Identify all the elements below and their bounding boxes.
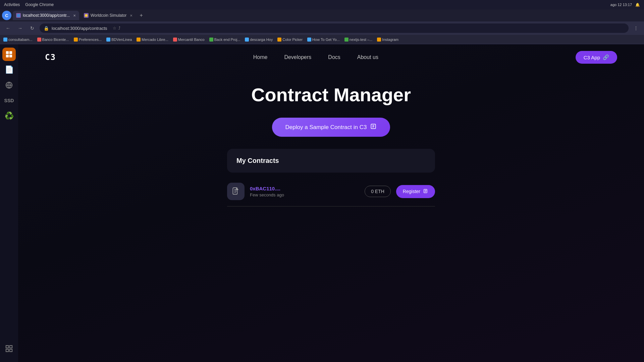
activities-label[interactable]: Activities	[4, 2, 20, 7]
svg-rect-9	[10, 349, 12, 352]
nav-link-docs[interactable]: Docs	[328, 54, 340, 60]
bookmark-descarga[interactable]: descarga Hoy	[245, 38, 273, 42]
browser-chrome: C 🌐 localhost:3000/app/contr... ✕ 🪙 Worl…	[0, 9, 644, 44]
bookmark-bdven[interactable]: BDVenLinea	[106, 38, 132, 42]
deploy-label: Deploy a Sample Contract in C3	[285, 124, 367, 131]
bookmark-label-9: Color Picker	[282, 38, 303, 42]
eth-balance-badge[interactable]: 0 ETH	[365, 186, 391, 197]
bookmark-howto[interactable]: How To Get Yo...	[307, 38, 340, 42]
svg-rect-6	[6, 346, 8, 348]
bookmark-colorpicker[interactable]: Color Picker	[277, 38, 303, 42]
bookmark-icon-6	[173, 38, 177, 42]
forward-button[interactable]: →	[15, 23, 25, 33]
bookmark-mercadolibre[interactable]: Mercado Libre...	[137, 38, 168, 42]
bookmark-icon-4	[106, 38, 110, 42]
deploy-icon	[370, 123, 377, 131]
bookmark-icon-11	[344, 38, 348, 42]
os-icon-network[interactable]	[2, 78, 16, 92]
contract-file-icon	[227, 183, 245, 200]
bookmark-icon-8	[245, 38, 249, 42]
tab-active[interactable]: 🌐 localhost:3000/app/contr... ✕	[13, 11, 79, 20]
tab-favicon-2: 🪙	[84, 13, 89, 18]
contracts-section-title: My Contracts	[236, 157, 279, 164]
bookmark-star-icon[interactable]: ☆	[113, 26, 116, 31]
site-nav: C3 Home Developers Docs About us C3 App …	[18, 44, 644, 70]
contract-item: 0xBAC110.... Few seconds ago 0 ETH Regis…	[227, 179, 435, 203]
bookmark-label-2: Banco Bicente...	[42, 38, 69, 42]
tab-close-2[interactable]: ✕	[130, 14, 132, 17]
bookmark-icon-9	[277, 38, 281, 42]
bookmark-mercantil[interactable]: Mercantil Banco	[173, 38, 205, 42]
bookmark-label-8: descarga Hoy	[250, 38, 273, 42]
register-icon	[423, 188, 428, 195]
bookmark-label-7: Back end Proj...	[214, 38, 240, 42]
bookmark-label-3: Preferences...	[79, 38, 102, 42]
nav-link-developers[interactable]: Developers	[284, 54, 311, 60]
bookmark-label-5: Mercado Libre...	[142, 38, 168, 42]
tab-bar: C 🌐 localhost:3000/app/contr... ✕ 🪙 Worl…	[0, 9, 644, 21]
share-icon[interactable]: ⤴	[118, 26, 120, 31]
page-title: Contract Manager	[251, 84, 411, 106]
site-logo: C3	[45, 53, 56, 62]
reload-button[interactable]: ↻	[28, 23, 37, 33]
svg-rect-0	[6, 51, 9, 54]
bookmark-label-1: consultabam...	[8, 38, 33, 42]
nav-link-about[interactable]: About us	[357, 54, 378, 60]
bookmark-banco[interactable]: Banco Bicente...	[37, 38, 69, 42]
os-icon-files[interactable]: 📄	[2, 63, 16, 76]
bookmark-label-12: Instagram	[382, 38, 398, 42]
tab-close-1[interactable]: ✕	[73, 14, 76, 17]
address-bar[interactable]: 🔒 localhost:3000/app/contracts ☆ ⤴	[40, 23, 629, 33]
tab-favicon-1: 🌐	[16, 13, 21, 18]
os-topbar: Activities Google Chrome ago 12 13:17 🔔	[0, 0, 644, 9]
bookmark-consultabam[interactable]: consultabam...	[3, 38, 33, 42]
bookmark-label-4: BDVenLinea	[111, 38, 132, 42]
bookmark-nextjs[interactable]: nextjs-test –...	[344, 38, 372, 42]
os-icon-grid[interactable]	[2, 342, 16, 355]
settings-icon[interactable]: ⋮	[631, 23, 641, 33]
svg-rect-7	[10, 346, 12, 348]
bookmark-preferences[interactable]: Preferences...	[74, 38, 102, 42]
bookmark-icon-5	[137, 38, 141, 42]
bookmark-icon-12	[377, 38, 381, 42]
nav-link-home[interactable]: Home	[253, 54, 268, 60]
bookmark-icon-2	[37, 38, 41, 42]
contract-address[interactable]: 0xBAC110....	[250, 186, 359, 191]
bookmark-label-11: nextjs-test –...	[350, 38, 372, 42]
chrome-icon: C	[2, 11, 11, 20]
address-text: localhost:3000/app/contracts	[52, 26, 107, 31]
lock-icon: 🔒	[44, 26, 49, 31]
bookmark-icon-3	[74, 38, 78, 42]
svg-rect-3	[9, 55, 12, 57]
os-icon-storage[interactable]: SSD	[2, 94, 16, 107]
os-icon-system[interactable]	[2, 48, 16, 61]
contracts-panel: My Contracts	[227, 149, 435, 173]
bookmark-icon-1	[3, 38, 7, 42]
os-sidebar: 📄 SSD ♻️	[0, 44, 18, 362]
browser-nav-bar: ← → ↻ 🔒 localhost:3000/app/contracts ☆ ⤴…	[0, 21, 644, 35]
bookmark-icon-7	[209, 38, 213, 42]
c3-app-button[interactable]: C3 App 🔗	[576, 51, 617, 64]
contract-info: 0xBAC110.... Few seconds ago	[250, 186, 359, 197]
new-tab-button[interactable]: +	[137, 11, 145, 19]
c3-app-label: C3 App	[584, 55, 600, 60]
bookmark-backend[interactable]: Back end Proj...	[209, 38, 240, 42]
register-button[interactable]: Register	[396, 185, 435, 198]
os-icon-recycle[interactable]: ♻️	[2, 109, 16, 123]
bookmark-instagram[interactable]: Instagram	[377, 38, 398, 42]
back-button[interactable]: ←	[3, 23, 13, 33]
contract-divider	[227, 206, 435, 206]
deploy-button[interactable]: Deploy a Sample Contract in C3	[272, 118, 390, 137]
register-label: Register	[403, 189, 420, 194]
svg-rect-1	[9, 51, 12, 54]
web-content: C3 Home Developers Docs About us C3 App …	[18, 44, 644, 362]
os-time: ago 12 13:17	[610, 3, 632, 7]
c3-app-link-icon: 🔗	[603, 54, 609, 60]
page-content: Contract Manager Deploy a Sample Contrac…	[18, 70, 644, 362]
bookmark-label-10: How To Get Yo...	[312, 38, 340, 42]
notification-icon: 🔔	[635, 3, 640, 7]
nav-links: Home Developers Docs About us	[253, 54, 378, 60]
tab-worldcoin[interactable]: 🪙 Worldcoin Simulator ✕	[80, 11, 136, 20]
tab-label-1: localhost:3000/app/contr...	[23, 13, 70, 18]
browser-label: Google Chrome	[25, 2, 54, 7]
